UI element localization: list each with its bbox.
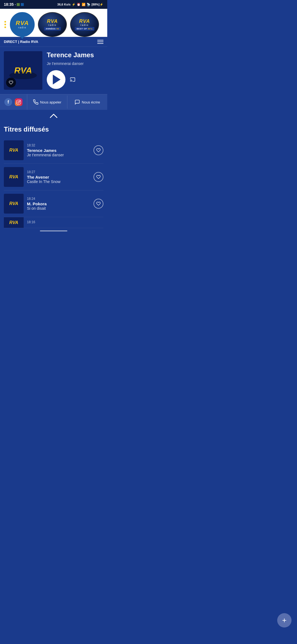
track-thumbnail-3: RVA bbox=[4, 194, 24, 214]
hamburger-menu-button[interactable] bbox=[97, 40, 103, 44]
titres-section: Titres diffusés RVA 18:32 Terence James … bbox=[0, 123, 107, 228]
home-indicator-bar bbox=[40, 230, 67, 231]
player-controls bbox=[47, 70, 103, 89]
bestof80s-radio-text: radio bbox=[80, 24, 89, 26]
call-label: Nous appeler bbox=[40, 100, 61, 104]
bestof80s-label: BEST OF 80's bbox=[75, 27, 94, 31]
status-left: 18:35 ▪ 🟩 🟦 bbox=[4, 2, 24, 7]
wifi-icon: 📡 bbox=[87, 3, 90, 6]
network-speed: 36,6 Ko/s bbox=[57, 3, 70, 6]
header-logos: RVA radio RVA radio ANNÉES 90 RVA radio … bbox=[0, 9, 107, 37]
call-section[interactable]: Nous appeler bbox=[27, 95, 67, 109]
annees90-label: ANNÉES 90 bbox=[44, 27, 61, 31]
dot-1 bbox=[4, 21, 6, 23]
status-time: 18:35 bbox=[4, 2, 14, 7]
hamburger-line-3 bbox=[97, 43, 103, 44]
play-button[interactable] bbox=[47, 70, 65, 89]
track-time-1: 18:32 bbox=[27, 143, 90, 147]
dot-3 bbox=[4, 26, 6, 28]
rva-annees90-logo[interactable]: RVA radio ANNÉES 90 bbox=[38, 12, 67, 37]
track-artist-2: The Avener bbox=[27, 175, 90, 179]
status-bar: 18:35 ▪ 🟩 🟦 36,6 Ko/s ⚡ ⏰ 📶 📡 [88%]⚡ bbox=[0, 0, 107, 9]
chevron-up-icon bbox=[50, 113, 57, 119]
instagram-button[interactable] bbox=[15, 98, 23, 106]
favorite-button[interactable] bbox=[6, 78, 16, 88]
write-section[interactable]: Nous écrire bbox=[67, 95, 107, 109]
track-song-3: Si on disait bbox=[27, 206, 90, 211]
annees90-rva-text: RVA bbox=[47, 19, 58, 24]
track-details-1: 18:32 Terence James Je t'emmnerai danser bbox=[27, 143, 90, 157]
rva-radio-text: radio bbox=[18, 26, 26, 29]
favorite-track-2-button[interactable] bbox=[94, 172, 103, 182]
track-details-2: 18:27 The Avener Castle In The Snow bbox=[27, 170, 90, 184]
heart-track-1-icon bbox=[96, 148, 101, 152]
track-artist-3: M. Pokora bbox=[27, 201, 90, 206]
status-right: 36,6 Ko/s ⚡ ⏰ 📶 📡 [88%]⚡ bbox=[57, 3, 103, 6]
heart-icon bbox=[9, 80, 13, 85]
alarm-icon: ⏰ bbox=[77, 3, 81, 6]
heart-track-3-icon bbox=[96, 201, 101, 206]
thumb-rva-text-1: RVA bbox=[9, 148, 18, 153]
annees90-radio-text: radio bbox=[48, 24, 56, 26]
track-time-3: 18:24 bbox=[27, 197, 90, 201]
phone-icon bbox=[33, 99, 38, 105]
table-row: RVA 18:27 The Avener Castle In The Snow bbox=[4, 164, 103, 190]
rva-main-logo[interactable]: RVA radio bbox=[10, 12, 35, 37]
player-section: RVA Terence James Je t'emmnerai danser bbox=[0, 47, 107, 94]
menu-dots-button[interactable] bbox=[2, 19, 8, 30]
status-icons: ▪ 🟩 🟦 bbox=[15, 3, 24, 6]
svg-rect-1 bbox=[17, 100, 21, 104]
table-row: RVA 18:32 Terence James Je t'emmnerai da… bbox=[4, 137, 103, 164]
chevron-up-section[interactable] bbox=[0, 110, 107, 123]
player-track-title: Terence James bbox=[47, 51, 103, 59]
track-artist-1: Terence James bbox=[27, 148, 90, 153]
social-bar: f Nous appeler Nous écrire bbox=[0, 94, 107, 110]
facebook-button[interactable]: f bbox=[4, 98, 12, 106]
hamburger-line-2 bbox=[97, 42, 103, 42]
track-song-1: Je t'emmnerai danser bbox=[27, 153, 90, 157]
now-playing-bar: DIRECT | Radio RVA bbox=[0, 37, 107, 47]
track-thumbnail-4: RVA bbox=[4, 217, 24, 228]
chat-icon bbox=[75, 99, 80, 105]
bottom-indicator bbox=[0, 228, 107, 234]
track-time-4: 18:16 bbox=[27, 220, 103, 224]
heart-track-2-icon bbox=[96, 175, 101, 179]
track-details-4: 18:16 bbox=[27, 220, 103, 225]
write-label: Nous écrire bbox=[82, 100, 100, 104]
facebook-icon: f bbox=[7, 100, 9, 105]
dot-2 bbox=[4, 24, 6, 25]
player-info: Terence James Je t'emmnerai danser bbox=[47, 51, 103, 89]
instagram-icon bbox=[16, 100, 21, 105]
play-icon bbox=[53, 75, 61, 84]
bluetooth-icon: ⚡ bbox=[72, 3, 76, 6]
track-thumbnail-1: RVA bbox=[4, 140, 24, 160]
bestof80s-rva-text: RVA bbox=[79, 19, 90, 24]
favorite-track-1-button[interactable] bbox=[94, 145, 103, 155]
track-time-2: 18:27 bbox=[27, 170, 90, 174]
thumb-rva-text-3: RVA bbox=[9, 201, 18, 206]
track-thumbnail-2: RVA bbox=[4, 167, 24, 187]
album-art: RVA bbox=[4, 51, 42, 90]
signal-icon: 📶 bbox=[82, 3, 86, 6]
svg-point-2 bbox=[18, 101, 20, 103]
svg-point-3 bbox=[20, 101, 20, 101]
cast-icon[interactable] bbox=[70, 77, 75, 82]
titres-header: Titres diffusés bbox=[4, 123, 103, 137]
track-details-3: 18:24 M. Pokora Si on disait bbox=[27, 197, 90, 211]
rva-bestof80s-logo[interactable]: RVA radio BEST OF 80's bbox=[70, 12, 99, 37]
player-track-song: Je t'emmnerai danser bbox=[47, 61, 103, 66]
hamburger-line-1 bbox=[97, 40, 103, 40]
social-icons-section: f bbox=[0, 94, 27, 110]
battery-indicator: [88%]⚡ bbox=[92, 3, 103, 6]
rva-logo-text: RVA bbox=[16, 20, 29, 26]
now-playing-label: DIRECT | Radio RVA bbox=[4, 40, 38, 44]
thumb-rva-text-4: RVA bbox=[9, 220, 18, 225]
track-song-2: Castle In The Snow bbox=[27, 179, 90, 184]
table-row: RVA 18:24 M. Pokora Si on disait bbox=[4, 190, 103, 217]
favorite-track-3-button[interactable] bbox=[94, 199, 103, 209]
table-row: RVA 18:16 bbox=[4, 217, 103, 228]
thumb-rva-text-2: RVA bbox=[9, 174, 18, 179]
